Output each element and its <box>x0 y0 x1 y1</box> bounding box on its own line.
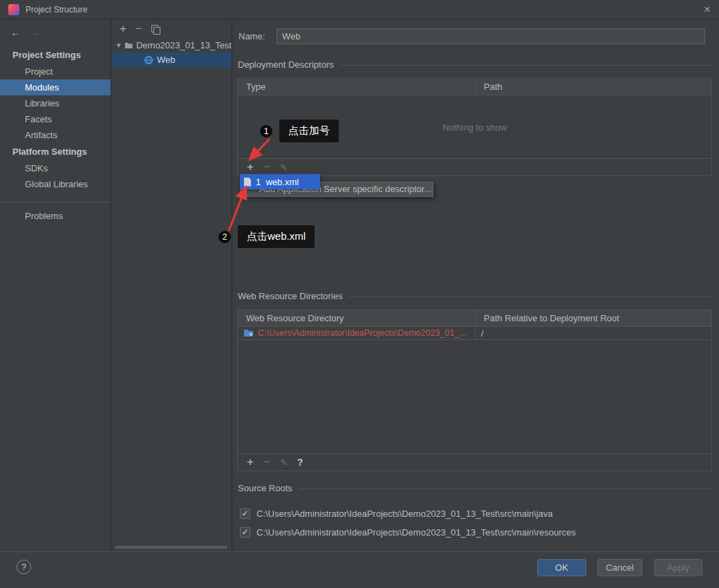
add-descriptor-icon[interactable]: + <box>247 160 254 174</box>
tree-item-label: Demo2023_01_13_Test <box>136 40 232 50</box>
close-icon[interactable]: × <box>704 3 711 15</box>
edit-resource-icon[interactable]: ✎ <box>280 457 288 468</box>
web-module-icon <box>144 55 153 65</box>
table-header: Web Resource Directory Path Relative to … <box>238 310 711 327</box>
platform-settings-header: Platform Settings <box>0 143 111 160</box>
section-separator-line <box>341 65 712 66</box>
cancel-button[interactable]: Cancel <box>597 559 642 576</box>
section-title: Deployment Descriptors <box>238 59 334 70</box>
project-settings-header: Project Settings <box>0 46 111 64</box>
step-1-badge: 1 <box>260 125 272 137</box>
module-web-facet-panel: Name: Web Deployment Descriptors Type Pa… <box>233 20 719 551</box>
web-resource-toolbar: + − ✎ ? <box>238 453 711 471</box>
apply-button[interactable]: Apply <box>654 559 702 576</box>
settings-sidebar: ← → Project Settings Project Modules Lib… <box>0 20 111 551</box>
sidebar-item-artifacts[interactable]: Artifacts <box>0 127 111 143</box>
column-header-relative-path[interactable]: Path Relative to Deployment Root <box>476 310 711 326</box>
web-resource-directories-table: Web Resource Directory Path Relative to … <box>237 310 712 471</box>
sidebar-item-sdks[interactable]: SDKs <box>0 160 111 176</box>
sidebar-item-global-libraries[interactable]: Global Libraries <box>0 176 111 192</box>
edit-descriptor-icon[interactable]: ✎ <box>280 162 288 173</box>
source-roots-section-header: Source Roots <box>238 483 712 493</box>
table-header: Type Path <box>238 79 711 95</box>
section-separator-line <box>349 296 712 297</box>
resource-directory-path: C:\Users\Administrator\IdeaProjects\Demo… <box>258 328 467 338</box>
sidebar-item-libraries[interactable]: Libraries <box>0 95 111 111</box>
deployment-descriptors-toolbar: + − ✎ <box>238 158 711 176</box>
project-structure-dialog: Project Structure × ← → Project Settings… <box>0 0 719 588</box>
copy-module-icon[interactable] <box>151 25 160 34</box>
source-root-row: ✓ C:\Users\Administrator\IdeaProjects\De… <box>240 505 712 522</box>
intellij-logo-icon <box>8 4 19 15</box>
dialog-help-icon[interactable]: ? <box>17 560 31 574</box>
forward-icon[interactable]: → <box>30 26 41 38</box>
back-icon[interactable]: ← <box>10 26 21 38</box>
tree-item-label: Web <box>157 55 176 65</box>
section-separator-line <box>299 489 712 489</box>
history-nav: ← → <box>0 20 111 46</box>
column-header-directory[interactable]: Web Resource Directory <box>238 310 476 326</box>
project-folder-icon <box>124 41 133 50</box>
remove-descriptor-icon[interactable]: − <box>263 160 270 174</box>
sidebar-item-modules[interactable]: Modules <box>0 79 111 95</box>
checkbox-checked-icon[interactable]: ✓ <box>240 527 250 538</box>
checkbox-checked-icon[interactable]: ✓ <box>240 509 250 519</box>
popup-item-label: 1 web.xml <box>256 177 299 187</box>
column-header-type[interactable]: Type <box>238 79 476 95</box>
ok-button[interactable]: OK <box>537 559 586 576</box>
add-module-icon[interactable]: + <box>120 22 127 36</box>
sidebar-item-facets[interactable]: Facets <box>0 111 111 127</box>
tree-item-web[interactable]: Web <box>112 53 232 67</box>
module-name-input[interactable]: Web <box>277 28 705 44</box>
step-2-badge: 2 <box>218 231 231 243</box>
column-header-path[interactable]: Path <box>476 79 711 95</box>
add-resource-icon[interactable]: + <box>247 455 254 469</box>
name-label: Name: <box>239 31 265 41</box>
sidebar-item-problems[interactable]: Problems <box>0 208 111 224</box>
section-title: Web Resource Directories <box>238 291 342 301</box>
web-resource-directories-section-header: Web Resource Directories <box>238 291 712 301</box>
source-root-path: C:\Users\Administrator\IdeaProjects\Demo… <box>256 509 552 519</box>
tree-item-project-root[interactable]: ▾ Demo2023_01_13_Test <box>112 38 232 53</box>
resource-relative-path: / <box>476 327 711 339</box>
deployment-descriptors-section-header: Deployment Descriptors <box>238 59 712 70</box>
table-body[interactable] <box>238 340 711 453</box>
source-root-row: ✓ C:\Users\Administrator\IdeaProjects\De… <box>240 524 712 540</box>
remove-module-icon[interactable]: − <box>136 22 142 36</box>
sidebar-item-project[interactable]: Project <box>0 64 111 79</box>
sidebar-divider <box>0 202 111 202</box>
remove-resource-icon[interactable]: − <box>263 455 270 469</box>
module-tree-toolbar: + − <box>112 20 232 38</box>
section-title: Source Roots <box>238 483 292 493</box>
dialog-footer: ? OK Cancel Apply <box>0 551 719 588</box>
chevron-down-icon[interactable]: ▾ <box>117 41 121 50</box>
source-root-path: C:\Users\Administrator\IdeaProjects\Demo… <box>256 527 576 538</box>
dialog-title: Project Structure <box>26 5 87 15</box>
xml-file-icon <box>244 178 251 187</box>
step-1-tooltip: 点击加号 <box>279 120 339 142</box>
help-icon[interactable]: ? <box>297 457 304 468</box>
step-2-tooltip: 点击web.xml <box>238 225 315 248</box>
module-tree-panel: + − ▾ Demo2023_01_13_Test Web <box>112 20 232 551</box>
popup-item-web-xml[interactable]: 1 web.xml <box>240 174 320 189</box>
titlebar: Project Structure × <box>0 0 719 19</box>
table-row[interactable]: C:\Users\Administrator\IdeaProjects\Demo… <box>238 327 711 340</box>
tree-hscrollbar[interactable] <box>115 546 227 549</box>
resource-folder-icon <box>243 329 254 337</box>
